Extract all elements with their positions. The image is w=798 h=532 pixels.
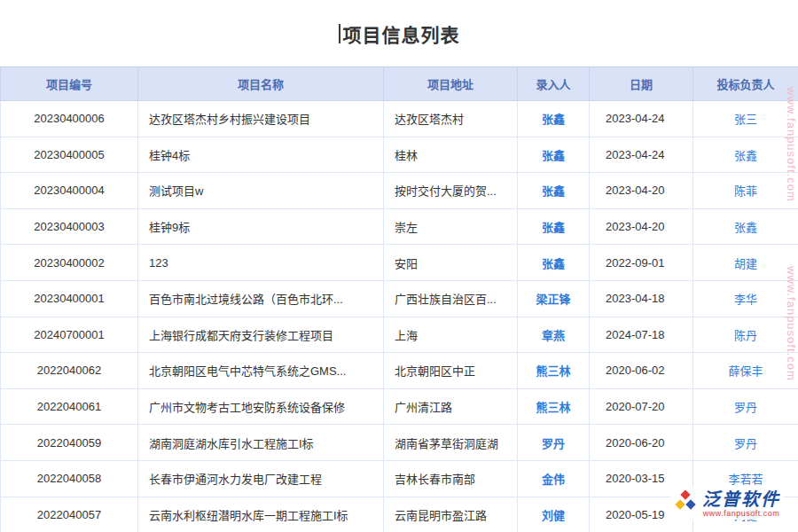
cell-project-address: 达孜区塔杰村	[384, 101, 518, 137]
cell-entry-person[interactable]: 梁正锋	[518, 280, 590, 317]
cell-project-address: 按时交付大厦的贺...	[384, 173, 518, 209]
table-row[interactable]: 2022040062北京朝阳区电气中芯特气系统之GMS...北京朝阳区中正熊三林…	[1, 353, 798, 389]
fanpu-logo-icon	[674, 490, 697, 517]
cell-project-address: 桂林	[384, 137, 518, 173]
cell-entry-person[interactable]: 罗丹	[518, 425, 590, 461]
cell-project-name: 湖南洞庭湖水库引水工程施工I标	[138, 425, 384, 461]
page-title: 项目信息列表	[343, 20, 460, 47]
cell-bid-leader[interactable]: 陈丹	[693, 317, 798, 353]
column-header: 日期	[590, 67, 693, 101]
cell-project-name: 长春市伊通河水力发电厂改建工程	[138, 460, 384, 497]
cell-project-name: 云南水利枢纽潜明水库一期工程施工I标	[138, 497, 384, 532]
table-row[interactable]: 20240700001上海银行成都天府支行装修工程项目上海章燕2024-07-1…	[1, 317, 798, 353]
cell-date: 2023-04-18	[590, 280, 693, 317]
column-header: 项目名称	[138, 67, 384, 101]
cell-bid-leader[interactable]: 胡建	[693, 245, 798, 281]
brand-text: 泛普软件 www.fanpusoft.com	[702, 489, 780, 518]
cell-project-id: 20230400003	[1, 208, 138, 245]
cell-project-address: 安阳	[384, 245, 518, 281]
cell-project-id: 20230400004	[1, 173, 138, 209]
brand-url: www.fanpusoft.com	[703, 509, 780, 518]
table-header-row: 项目编号项目名称项目地址录入人日期投标负责人	[1, 67, 798, 101]
cell-project-id: 2022040057	[1, 497, 138, 532]
cell-project-name: 北京朝阳区电气中芯特气系统之GMS...	[138, 353, 384, 389]
cell-bid-leader[interactable]: 陈菲	[693, 173, 798, 209]
cell-project-id: 20230400002	[1, 245, 138, 281]
table-row[interactable]: 20230400006达孜区塔杰村乡村振兴建设项目达孜区塔杰村张鑫2023-04…	[1, 101, 798, 137]
cell-entry-person[interactable]: 张鑫	[518, 101, 590, 137]
cell-entry-person[interactable]: 张鑫	[518, 173, 590, 209]
cell-entry-person[interactable]: 章燕	[518, 317, 590, 353]
table-row[interactable]: 2022040061广州市文物考古工地安防系统设备保修广州清江路熊三林2020-…	[1, 388, 798, 425]
cell-project-id: 2022040062	[1, 353, 138, 389]
cell-project-name: 桂钟4标	[138, 137, 384, 173]
cell-bid-leader[interactable]: 罗丹	[693, 388, 798, 425]
cell-project-address: 吉林长春市南部	[384, 460, 518, 497]
cell-project-address: 云南昆明市盈江路	[384, 497, 518, 532]
cell-project-address: 湖南省茅草街洞庭湖	[384, 425, 518, 461]
cell-project-address: 广西壮族自治区百...	[384, 280, 518, 317]
cell-project-name: 123	[138, 245, 384, 281]
cell-bid-leader[interactable]: 张三	[693, 101, 798, 137]
cell-project-id: 2022040058	[1, 460, 138, 497]
cell-date: 2023-04-24	[590, 101, 693, 137]
cell-project-address: 广州清江路	[384, 388, 518, 425]
cell-date: 2023-04-20	[590, 208, 693, 245]
brand-logo: 泛普软件 www.fanpusoft.com	[670, 488, 784, 520]
cell-bid-leader[interactable]: 罗丹	[693, 425, 798, 461]
cell-date: 2020-06-20	[590, 425, 693, 461]
column-header: 项目地址	[384, 67, 518, 101]
cell-entry-person[interactable]: 张鑫	[518, 137, 590, 173]
column-header: 录入人	[518, 67, 590, 101]
cell-date: 2024-07-18	[590, 317, 693, 353]
cell-bid-leader[interactable]: 张鑫	[693, 208, 798, 245]
table-row[interactable]: 20230400004测试项目w按时交付大厦的贺...张鑫2023-04-20陈…	[1, 173, 798, 209]
cell-date: 2022-09-01	[590, 245, 693, 281]
cell-entry-person[interactable]: 熊三林	[518, 388, 590, 425]
cell-project-address: 上海	[384, 317, 518, 353]
cell-bid-leader[interactable]: 张鑫	[693, 137, 798, 173]
cell-entry-person[interactable]: 金伟	[518, 460, 590, 497]
cell-project-name: 桂钟9标	[138, 208, 384, 245]
table-row[interactable]: 20230400001百色市南北过境线公路（百色市北环...广西壮族自治区百..…	[1, 280, 798, 317]
project-info-page: 项目信息列表 项目编号项目名称项目地址录入人日期投标负责人 2023040000…	[0, 0, 798, 532]
cell-project-id: 2022040061	[1, 388, 138, 425]
column-header: 投标负责人	[693, 67, 798, 101]
cell-project-name: 上海银行成都天府支行装修工程项目	[138, 317, 384, 353]
text-cursor	[339, 24, 340, 43]
table-row[interactable]: 2022040059湖南洞庭湖水库引水工程施工I标湖南省茅草街洞庭湖罗丹2020…	[1, 425, 798, 461]
cell-entry-person[interactable]: 张鑫	[518, 245, 590, 281]
cell-entry-person[interactable]: 刘健	[518, 497, 590, 532]
cell-bid-leader[interactable]: 李华	[693, 280, 798, 317]
cell-project-id: 20230400006	[1, 101, 138, 137]
cell-bid-leader[interactable]: 薛保丰	[693, 353, 798, 389]
cell-entry-person[interactable]: 熊三林	[518, 353, 590, 389]
cell-project-address: 崇左	[384, 208, 518, 245]
cell-date: 2020-06-02	[590, 353, 693, 389]
table-row[interactable]: 20230400003桂钟9标崇左张鑫2023-04-20张鑫	[1, 208, 798, 245]
cell-project-id: 20230400001	[1, 280, 138, 317]
table-row[interactable]: 20230400005桂钟4标桂林张鑫2023-04-24张鑫	[1, 137, 798, 173]
cell-project-id: 2022040059	[1, 425, 138, 461]
cell-date: 2023-04-20	[590, 173, 693, 209]
cell-project-name: 百色市南北过境线公路（百色市北环...	[138, 280, 384, 317]
cell-entry-person[interactable]: 张鑫	[518, 208, 590, 245]
project-table: 项目编号项目名称项目地址录入人日期投标负责人 20230400006达孜区塔杰村…	[0, 66, 798, 532]
table-row[interactable]: 20230400002123安阳张鑫2022-09-01胡建	[1, 245, 798, 281]
cell-project-name: 测试项目w	[138, 173, 384, 209]
cell-date: 2023-04-24	[590, 137, 693, 173]
cell-project-name: 达孜区塔杰村乡村振兴建设项目	[138, 101, 384, 137]
column-header: 项目编号	[1, 67, 138, 101]
cell-project-id: 20230400005	[1, 137, 138, 173]
cell-project-address: 北京朝阳区中正	[384, 353, 518, 389]
brand-name: 泛普软件	[702, 489, 780, 509]
title-bar: 项目信息列表	[0, 0, 798, 66]
cell-project-id: 20240700001	[1, 317, 138, 353]
cell-project-name: 广州市文物考古工地安防系统设备保修	[138, 388, 384, 425]
cell-date: 2020-07-20	[590, 388, 693, 425]
